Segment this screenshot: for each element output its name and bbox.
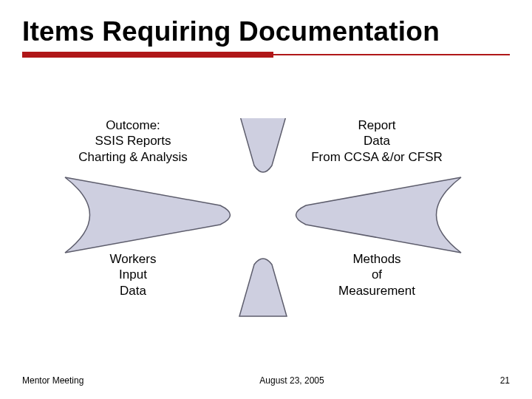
label-line: SSIS Reports [95,134,171,148]
slide: Items Requiring Documentation Outcome: S… [0,0,532,399]
label-bottom-right: Methods of Measurement [318,251,436,299]
label-bottom-left: Workers Input Data [85,251,181,299]
label-line: Report [358,118,395,132]
label-line: Methods [352,252,400,266]
footer-right: 21 [500,375,510,386]
label-line: From CCSA &/or CFSR [311,150,443,164]
label-line: of [372,267,382,282]
footer-center: August 23, 2005 [259,375,324,386]
label-line: Data [364,134,390,148]
label-line: Charting & Analysis [78,150,187,164]
label-line: Workers [110,252,157,266]
footer-left: Mentor Meeting [22,375,83,386]
label-line: Input [119,267,147,282]
slide-footer: Mentor Meeting August 23, 2005 21 [22,375,510,386]
title-underline [22,52,510,59]
label-top-right: Report Data From CCSA &/or CFSR [292,117,462,165]
label-top-left: Outcome: SSIS Reports Charting & Analysi… [63,117,203,165]
page-title: Items Requiring Documentation [22,16,510,47]
label-line: Outcome: [106,118,160,132]
diagram-area: Outcome: SSIS Reports Charting & Analysi… [22,118,510,355]
label-line: Data [120,284,146,298]
label-line: Measurement [338,284,415,298]
